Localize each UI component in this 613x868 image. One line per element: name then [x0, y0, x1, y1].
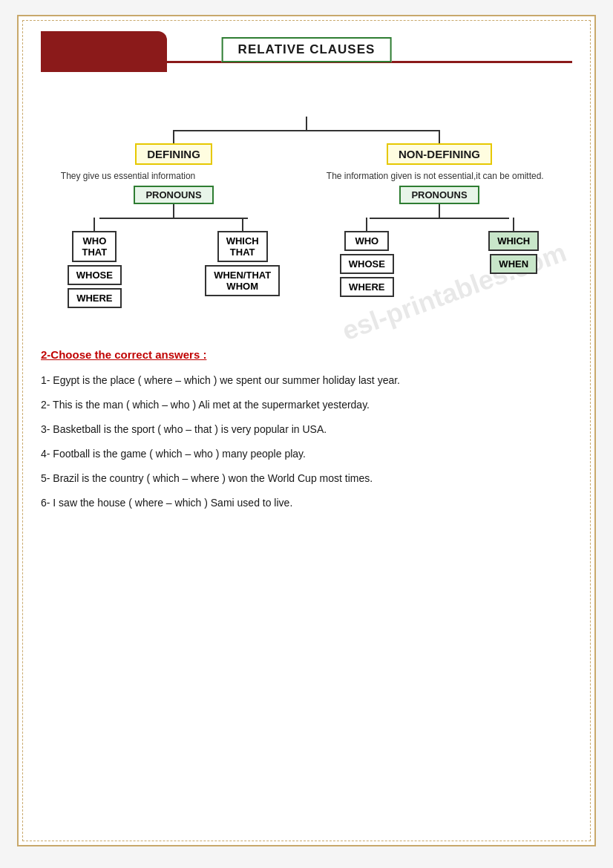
exercise-item-5: 5- Brazil is the country ( which – where… [41, 471, 572, 486]
ndef-pron-col2: WHICH WHEN [488, 218, 539, 277]
def-pron-branch: WHOTHAT WHOSE WHERE WHICHTHAT WHEN/THATW… [68, 218, 280, 311]
ndef-where-box: WHERE [340, 277, 393, 297]
ndef-pron-connector: WHO WHOSE WHERE WHICH WHEN [306, 204, 572, 300]
header-area: RELATIVE CLAUSES [41, 31, 572, 72]
exercise-title: 2-Choose the correct answers : [41, 348, 572, 361]
def-pron-vline [173, 204, 174, 218]
def-pron-connector: WHOTHAT WHOSE WHERE WHICHTHAT WHEN/THATW… [41, 204, 306, 311]
non-defining-pronouns-label: PRONOUNS [399, 186, 479, 204]
defining-pronouns-label: PRONOUNS [134, 186, 213, 204]
exercise-section: 2-Choose the correct answers : 1- Egypt … [41, 341, 572, 511]
ndef-pron-col1: WHO WHOSE WHERE [340, 218, 394, 300]
nc1-vline1 [366, 218, 367, 231]
exercise-item-4: 4- Football is the game ( which – who ) … [41, 446, 572, 462]
defining-title: DEFINING [135, 143, 212, 165]
col-defining: DEFINING They give us essential informat… [41, 130, 306, 311]
exercise-item-3: 3- Basketball is the sport ( who – that … [41, 422, 572, 437]
top-connector [41, 117, 572, 130]
v-line-top [306, 117, 307, 130]
dc1-vline1 [94, 218, 95, 231]
exercise-item-2: 2- This is the man ( which – who ) Ali m… [41, 397, 572, 413]
non-defining-title: NON-DEFINING [387, 143, 492, 165]
diagram: DEFINING They give us essential informat… [41, 117, 572, 311]
def-pron-col2: WHICHTHAT WHEN/THATWHOM [205, 218, 280, 299]
ndef-pron-vline [439, 204, 440, 218]
exercise-item-1: 1- Egypt is the place ( where – which ) … [41, 373, 572, 388]
def-where-box: WHERE [68, 288, 121, 308]
ndef-pron-hline [370, 218, 509, 219]
def-pron-hline [99, 218, 248, 219]
page: esl-printables.com RELATIVE CLAUSES DEFI… [17, 15, 596, 846]
main-title: RELATIVE CLAUSES [222, 37, 392, 62]
def-whose-box: WHOSE [68, 265, 122, 285]
exercise-item-6: 6- I saw the house ( where – which ) Sam… [41, 495, 572, 511]
ndef-who-box: WHO [344, 231, 389, 251]
def-whenthat-whom-box: WHEN/THATWHOM [205, 265, 280, 296]
def-which-that-box: WHICHTHAT [217, 231, 268, 262]
def-who-that-box: WHOTHAT [72, 231, 117, 262]
nc2-vline1 [513, 218, 514, 231]
ndef-whose-box: WHOSE [340, 254, 394, 274]
def-v-top [173, 130, 174, 143]
ndef-v-top [439, 130, 440, 143]
non-defining-desc: The information given is not essential,i… [327, 171, 552, 181]
ndef-when-box: WHEN [490, 254, 537, 274]
ndef-which-box: WHICH [488, 231, 539, 251]
ndef-pron-branch: WHO WHOSE WHERE WHICH WHEN [340, 218, 540, 300]
dc2-vline1 [242, 218, 243, 231]
def-pron-col1: WHOTHAT WHOSE WHERE [68, 218, 122, 311]
main-h-line [174, 130, 439, 131]
col-non-defining: NON-DEFINING The information given is no… [306, 130, 572, 311]
main-branch: DEFINING They give us essential informat… [41, 130, 572, 311]
red-tab [41, 31, 167, 72]
defining-desc: They give us essential information [61, 171, 286, 181]
